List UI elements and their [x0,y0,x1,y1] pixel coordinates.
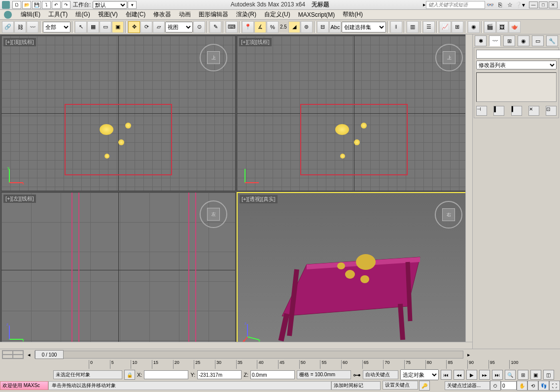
viewport-layout-icon[interactable] [2,350,24,359]
named-sel-abc-icon[interactable]: Abc [329,21,341,33]
z-input[interactable] [250,370,295,379]
y-input[interactable] [197,370,242,379]
nav-zoomall-icon[interactable]: ⊞ [518,370,528,380]
tab-modify[interactable]: 〰 [489,35,501,46]
menu-view[interactable]: 视图(V) [95,9,121,20]
keyboard-shortcut-icon[interactable]: ⌨ [226,21,238,33]
prev-frame-icon[interactable]: ◂◂ [454,370,464,380]
named-selection-set[interactable]: 创建选择集 [342,22,386,33]
time-slider[interactable]: 0 / 100 [35,351,463,359]
star-icon[interactable]: ☆ [506,1,514,9]
nav-zoom-icon[interactable]: 🔍 [505,370,516,380]
time-ruler[interactable]: 0510152025303540455055606570758085909510… [89,360,530,369]
key-target-select[interactable]: 选定对象 [400,369,439,380]
save-icon[interactable]: 💾 [32,1,41,9]
layers-icon[interactable]: ☰ [423,21,435,33]
select-icon[interactable]: ↖ [75,21,87,33]
pin-stack-icon[interactable]: ⊣ [476,106,487,116]
help-icon[interactable]: ❔▾ [516,1,524,9]
nav-region-icon[interactable]: ◫ [543,370,554,380]
menu-tools[interactable]: 工具(T) [45,9,70,20]
autokey-button[interactable]: 自动关键点 [363,370,398,379]
close-button[interactable]: ✕ [549,1,558,8]
snap-options-icon[interactable]: ⊚ [301,21,313,33]
menu-customize[interactable]: 自定义(U) [261,9,293,20]
binoculars-icon[interactable]: 👓 [486,1,494,9]
viewport-scrollbar-h[interactable] [0,342,472,349]
move-icon[interactable]: ✥ [128,21,140,33]
material-editor-icon[interactable]: ◉ [468,21,480,33]
bind-icon[interactable]: 〰 [27,21,38,33]
tab-motion[interactable]: ◉ [518,35,529,46]
nav-maximize-icon[interactable]: ⛶ [549,381,560,391]
app-logo-icon[interactable] [4,11,12,19]
menu-group[interactable]: 组(G) [72,9,93,20]
x-input[interactable] [144,370,188,379]
viewport-top-left[interactable]: [+][顶][线框] 上 yx [1,35,236,191]
viewport-label[interactable]: [+][顶][线框] [3,38,36,46]
goto-end-icon[interactable]: ⏭ [492,370,503,380]
percent-snap-icon[interactable]: % [267,21,279,33]
menu-grapheditor[interactable]: 图形编辑器 [196,9,231,20]
setkey-big-icon[interactable]: 🔑 [419,381,430,391]
workspace-select[interactable]: 默认 [93,1,127,9]
goto-start-icon[interactable]: ⏮ [441,370,452,380]
open-icon[interactable]: 📂 [22,1,31,9]
time-slider-handle[interactable]: 0 / 100 [35,350,64,359]
viewcube[interactable]: 左 [200,200,227,228]
maxscript-listener[interactable]: 欢迎使用 MAXSc [0,381,48,390]
search-input[interactable] [426,1,485,9]
current-frame-input[interactable] [501,381,517,390]
curve-editor-icon[interactable]: 📈 [439,21,451,33]
show-result-icon[interactable]: ▌ [493,106,504,116]
link-icon[interactable]: 🔗 [2,21,14,33]
tab-display[interactable]: ▭ [532,35,544,46]
maximize-button[interactable]: □ [539,1,548,8]
viewport-perspective[interactable]: [+][透视][真实] 右 zyx [237,192,471,348]
selection-filter[interactable]: 全部 [43,22,70,33]
rotate-icon[interactable]: ⟳ [140,21,152,33]
modifier-list[interactable]: 修改器列表 [476,61,557,69]
key-icon[interactable]: ⊶ [353,370,361,380]
menu-create[interactable]: 创建(C) [123,9,149,20]
viewport-left[interactable]: [+][左][线框] 左 zy [1,192,236,348]
schematic-icon[interactable]: ⊞ [452,21,463,33]
align-icon[interactable]: ▥ [407,21,419,33]
menu-maxscript[interactable]: MAXScript(M) [295,10,338,19]
unique-icon[interactable]: ▍ [511,106,522,116]
render-frame-icon[interactable]: 🖼 [496,21,508,33]
nav-fov-icon[interactable]: ▣ [530,370,541,380]
nav-walk-icon[interactable]: 👣 [538,381,549,391]
menu-help[interactable]: 帮助(H) [340,9,366,20]
menu-animation[interactable]: 动画 [176,9,194,20]
snap-toggle-icon[interactable]: 📍 [242,21,254,33]
undo-icon[interactable]: ↶ [52,1,61,9]
remove-mod-icon[interactable]: ✕ [528,106,539,116]
timeline-next-icon[interactable]: ▸ [465,352,472,358]
named-sel-prev-icon[interactable]: ⊟ [317,21,329,33]
menu-edit[interactable]: 编辑(E) [18,9,43,20]
spinner-snap-icon[interactable]: ◢ [288,21,300,33]
render-icon[interactable]: 🫖 [509,21,521,33]
scale-icon[interactable]: ▱ [153,21,165,33]
mirror-icon[interactable]: ⦀ [390,21,402,33]
menu-modifiers[interactable]: 修改器 [150,9,174,20]
key-filters-button[interactable]: 关键点过滤器... [445,381,490,390]
save-as-icon[interactable]: ⤵ [42,1,51,9]
viewport-scrollbar-v[interactable] [465,34,472,349]
viewport-label[interactable]: [+][透视][真实] [240,195,278,203]
setkey-button[interactable]: 设置关键点 [383,381,418,390]
viewport-label[interactable]: [+][左][线框] [3,195,36,203]
new-icon[interactable]: 🗋 [12,1,21,9]
rect-select-icon[interactable]: ▭ [100,21,111,33]
tab-create[interactable]: ✱ [475,35,487,46]
angle-snap-icon[interactable]: ∡ [254,21,266,33]
viewport-label[interactable]: [+][顶][线框] [239,38,272,46]
modifier-stack[interactable] [476,72,557,102]
clip-icon[interactable]: ⎘ [496,1,504,9]
viewport-top-right[interactable]: [+][顶][线框] 上 [237,35,471,191]
menu-render[interactable]: 渲染(R) [233,9,259,20]
tab-hierarchy[interactable]: ⊞ [503,35,515,46]
lock-selection-icon[interactable]: 🔒 [124,370,135,380]
minimize-button[interactable]: — [529,1,538,8]
